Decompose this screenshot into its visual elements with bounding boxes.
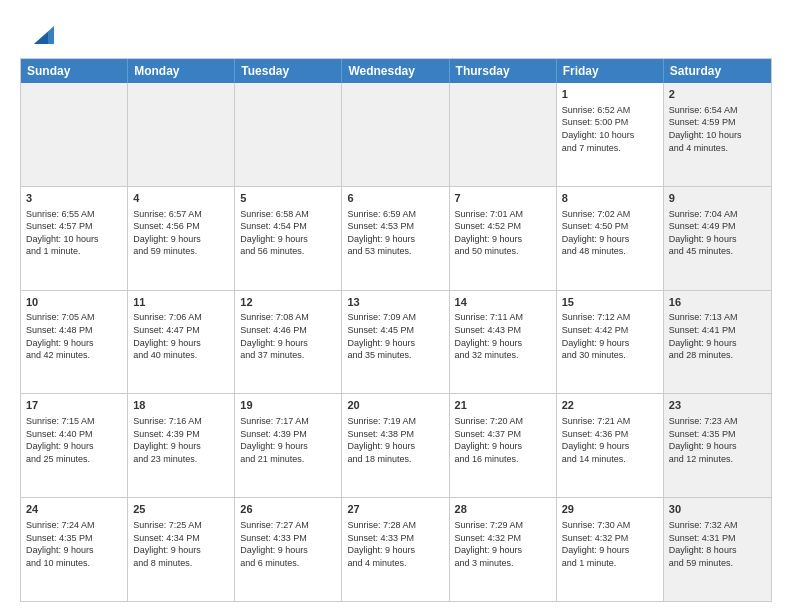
- day-number: 22: [562, 398, 658, 413]
- calendar-cell-12: 12Sunrise: 7:08 AM Sunset: 4:46 PM Dayli…: [235, 291, 342, 394]
- day-number: 12: [240, 295, 336, 310]
- day-info: Sunrise: 6:58 AM Sunset: 4:54 PM Dayligh…: [240, 208, 336, 258]
- day-info: Sunrise: 7:09 AM Sunset: 4:45 PM Dayligh…: [347, 311, 443, 361]
- calendar-row-0: 1Sunrise: 6:52 AM Sunset: 5:00 PM Daylig…: [21, 83, 771, 186]
- weekday-header-friday: Friday: [557, 59, 664, 83]
- day-info: Sunrise: 7:21 AM Sunset: 4:36 PM Dayligh…: [562, 415, 658, 465]
- day-info: Sunrise: 7:17 AM Sunset: 4:39 PM Dayligh…: [240, 415, 336, 465]
- day-info: Sunrise: 7:08 AM Sunset: 4:46 PM Dayligh…: [240, 311, 336, 361]
- day-number: 16: [669, 295, 766, 310]
- day-number: 4: [133, 191, 229, 206]
- calendar-row-4: 24Sunrise: 7:24 AM Sunset: 4:35 PM Dayli…: [21, 497, 771, 601]
- day-info: Sunrise: 6:57 AM Sunset: 4:56 PM Dayligh…: [133, 208, 229, 258]
- day-info: Sunrise: 7:24 AM Sunset: 4:35 PM Dayligh…: [26, 519, 122, 569]
- day-number: 20: [347, 398, 443, 413]
- calendar-row-3: 17Sunrise: 7:15 AM Sunset: 4:40 PM Dayli…: [21, 393, 771, 497]
- day-info: Sunrise: 7:01 AM Sunset: 4:52 PM Dayligh…: [455, 208, 551, 258]
- day-info: Sunrise: 7:02 AM Sunset: 4:50 PM Dayligh…: [562, 208, 658, 258]
- day-info: Sunrise: 7:04 AM Sunset: 4:49 PM Dayligh…: [669, 208, 766, 258]
- day-info: Sunrise: 7:12 AM Sunset: 4:42 PM Dayligh…: [562, 311, 658, 361]
- calendar-body: 1Sunrise: 6:52 AM Sunset: 5:00 PM Daylig…: [21, 83, 771, 601]
- calendar-cell-2: 2Sunrise: 6:54 AM Sunset: 4:59 PM Daylig…: [664, 83, 771, 186]
- day-info: Sunrise: 7:28 AM Sunset: 4:33 PM Dayligh…: [347, 519, 443, 569]
- header: [20, 16, 772, 48]
- calendar-cell-24: 24Sunrise: 7:24 AM Sunset: 4:35 PM Dayli…: [21, 498, 128, 601]
- day-number: 1: [562, 87, 658, 102]
- calendar-cell-22: 22Sunrise: 7:21 AM Sunset: 4:36 PM Dayli…: [557, 394, 664, 497]
- logo-icon: [26, 16, 58, 48]
- day-info: Sunrise: 7:20 AM Sunset: 4:37 PM Dayligh…: [455, 415, 551, 465]
- calendar-cell-19: 19Sunrise: 7:17 AM Sunset: 4:39 PM Dayli…: [235, 394, 342, 497]
- day-info: Sunrise: 6:54 AM Sunset: 4:59 PM Dayligh…: [669, 104, 766, 154]
- day-info: Sunrise: 7:11 AM Sunset: 4:43 PM Dayligh…: [455, 311, 551, 361]
- day-number: 5: [240, 191, 336, 206]
- day-info: Sunrise: 7:15 AM Sunset: 4:40 PM Dayligh…: [26, 415, 122, 465]
- day-number: 3: [26, 191, 122, 206]
- calendar-cell-8: 8Sunrise: 7:02 AM Sunset: 4:50 PM Daylig…: [557, 187, 664, 290]
- day-number: 14: [455, 295, 551, 310]
- calendar-cell-10: 10Sunrise: 7:05 AM Sunset: 4:48 PM Dayli…: [21, 291, 128, 394]
- day-info: Sunrise: 7:23 AM Sunset: 4:35 PM Dayligh…: [669, 415, 766, 465]
- day-number: 11: [133, 295, 229, 310]
- weekday-header-sunday: Sunday: [21, 59, 128, 83]
- calendar-cell-23: 23Sunrise: 7:23 AM Sunset: 4:35 PM Dayli…: [664, 394, 771, 497]
- day-number: 17: [26, 398, 122, 413]
- day-number: 21: [455, 398, 551, 413]
- day-number: 28: [455, 502, 551, 517]
- calendar-cell-18: 18Sunrise: 7:16 AM Sunset: 4:39 PM Dayli…: [128, 394, 235, 497]
- day-number: 27: [347, 502, 443, 517]
- calendar-cell-28: 28Sunrise: 7:29 AM Sunset: 4:32 PM Dayli…: [450, 498, 557, 601]
- day-info: Sunrise: 6:52 AM Sunset: 5:00 PM Dayligh…: [562, 104, 658, 154]
- day-info: Sunrise: 7:13 AM Sunset: 4:41 PM Dayligh…: [669, 311, 766, 361]
- day-info: Sunrise: 7:05 AM Sunset: 4:48 PM Dayligh…: [26, 311, 122, 361]
- day-info: Sunrise: 7:29 AM Sunset: 4:32 PM Dayligh…: [455, 519, 551, 569]
- weekday-header-tuesday: Tuesday: [235, 59, 342, 83]
- calendar-cell-29: 29Sunrise: 7:30 AM Sunset: 4:32 PM Dayli…: [557, 498, 664, 601]
- calendar-cell-16: 16Sunrise: 7:13 AM Sunset: 4:41 PM Dayli…: [664, 291, 771, 394]
- day-number: 15: [562, 295, 658, 310]
- weekday-header-monday: Monday: [128, 59, 235, 83]
- day-number: 30: [669, 502, 766, 517]
- calendar-cell-9: 9Sunrise: 7:04 AM Sunset: 4:49 PM Daylig…: [664, 187, 771, 290]
- calendar-cell-14: 14Sunrise: 7:11 AM Sunset: 4:43 PM Dayli…: [450, 291, 557, 394]
- calendar: SundayMondayTuesdayWednesdayThursdayFrid…: [20, 58, 772, 602]
- calendar-cell-11: 11Sunrise: 7:06 AM Sunset: 4:47 PM Dayli…: [128, 291, 235, 394]
- day-info: Sunrise: 6:55 AM Sunset: 4:57 PM Dayligh…: [26, 208, 122, 258]
- day-number: 19: [240, 398, 336, 413]
- day-info: Sunrise: 7:25 AM Sunset: 4:34 PM Dayligh…: [133, 519, 229, 569]
- calendar-cell-20: 20Sunrise: 7:19 AM Sunset: 4:38 PM Dayli…: [342, 394, 449, 497]
- day-number: 8: [562, 191, 658, 206]
- day-info: Sunrise: 7:27 AM Sunset: 4:33 PM Dayligh…: [240, 519, 336, 569]
- calendar-cell-empty-0-3: [342, 83, 449, 186]
- calendar-cell-5: 5Sunrise: 6:58 AM Sunset: 4:54 PM Daylig…: [235, 187, 342, 290]
- day-number: 7: [455, 191, 551, 206]
- day-number: 29: [562, 502, 658, 517]
- day-info: Sunrise: 7:06 AM Sunset: 4:47 PM Dayligh…: [133, 311, 229, 361]
- calendar-cell-30: 30Sunrise: 7:32 AM Sunset: 4:31 PM Dayli…: [664, 498, 771, 601]
- day-number: 26: [240, 502, 336, 517]
- calendar-cell-3: 3Sunrise: 6:55 AM Sunset: 4:57 PM Daylig…: [21, 187, 128, 290]
- calendar-cell-26: 26Sunrise: 7:27 AM Sunset: 4:33 PM Dayli…: [235, 498, 342, 601]
- calendar-cell-empty-0-4: [450, 83, 557, 186]
- day-info: Sunrise: 6:59 AM Sunset: 4:53 PM Dayligh…: [347, 208, 443, 258]
- day-info: Sunrise: 7:16 AM Sunset: 4:39 PM Dayligh…: [133, 415, 229, 465]
- weekday-header-saturday: Saturday: [664, 59, 771, 83]
- calendar-cell-17: 17Sunrise: 7:15 AM Sunset: 4:40 PM Dayli…: [21, 394, 128, 497]
- day-info: Sunrise: 7:32 AM Sunset: 4:31 PM Dayligh…: [669, 519, 766, 569]
- weekday-header-thursday: Thursday: [450, 59, 557, 83]
- calendar-cell-6: 6Sunrise: 6:59 AM Sunset: 4:53 PM Daylig…: [342, 187, 449, 290]
- day-number: 6: [347, 191, 443, 206]
- calendar-cell-25: 25Sunrise: 7:25 AM Sunset: 4:34 PM Dayli…: [128, 498, 235, 601]
- calendar-cell-empty-0-1: [128, 83, 235, 186]
- day-info: Sunrise: 7:30 AM Sunset: 4:32 PM Dayligh…: [562, 519, 658, 569]
- page: SundayMondayTuesdayWednesdayThursdayFrid…: [0, 0, 792, 612]
- day-number: 13: [347, 295, 443, 310]
- calendar-cell-7: 7Sunrise: 7:01 AM Sunset: 4:52 PM Daylig…: [450, 187, 557, 290]
- calendar-cell-empty-0-2: [235, 83, 342, 186]
- weekday-header-wednesday: Wednesday: [342, 59, 449, 83]
- day-number: 18: [133, 398, 229, 413]
- calendar-cell-empty-0-0: [21, 83, 128, 186]
- day-number: 25: [133, 502, 229, 517]
- day-number: 24: [26, 502, 122, 517]
- day-number: 2: [669, 87, 766, 102]
